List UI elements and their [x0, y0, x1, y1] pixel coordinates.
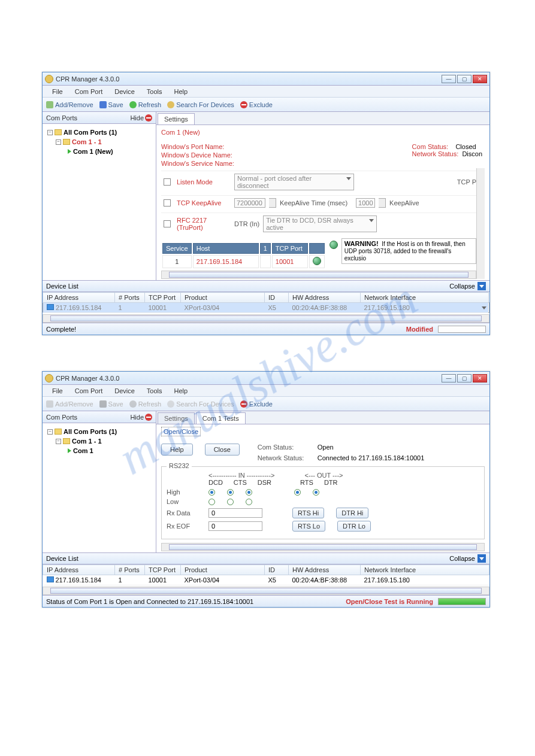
- minimize-button[interactable]: —: [442, 374, 456, 382]
- lbl-keepalive: TCP KeepAlive: [177, 199, 231, 207]
- tab-settings[interactable]: Settings: [158, 113, 195, 125]
- menu-device[interactable]: Device: [108, 87, 141, 96]
- hscrollbar[interactable]: [161, 271, 476, 279]
- keepalive-checkbox[interactable]: [164, 199, 171, 207]
- dtr-hi-button[interactable]: DTR Hi: [336, 508, 368, 518]
- col-tcpport[interactable]: TCP Port: [145, 565, 181, 575]
- close-button[interactable]: ✕: [473, 75, 487, 83]
- tree-leaf[interactable]: Com 1: [73, 446, 93, 456]
- col-tcpport[interactable]: TCP Port: [145, 293, 181, 303]
- keepalive-interval-input[interactable]: 1000: [356, 198, 375, 208]
- col-netif[interactable]: Network Interface: [361, 293, 489, 303]
- device-hscroll[interactable]: [43, 587, 489, 595]
- comports-tree[interactable]: −All Com Ports (1) −Com 1 - 1 Com 1: [43, 423, 156, 459]
- dcd-high[interactable]: [208, 489, 215, 496]
- menu-comport[interactable]: Com Port: [69, 87, 108, 96]
- keepalive-spin2[interactable]: [379, 198, 386, 208]
- rts-lo-button[interactable]: RTS Lo: [292, 521, 325, 532]
- add-remove-button[interactable]: Add/Remove: [46, 101, 93, 108]
- maximize-button[interactable]: ▢: [457, 75, 471, 83]
- listen-mode-select[interactable]: Normal - port closed after disconnect: [234, 174, 354, 190]
- menu-comport[interactable]: Com Port: [69, 386, 108, 396]
- keepalive-spin[interactable]: [269, 198, 276, 208]
- menu-help[interactable]: Help: [168, 386, 194, 396]
- menubar: File Com Port Device Tools Help: [43, 86, 489, 98]
- dtr-lo-button[interactable]: DTR Lo: [337, 521, 371, 532]
- titlebar[interactable]: CPR Manager 4.3.0.0 — ▢ ✕: [43, 72, 489, 86]
- tree-leaf[interactable]: Com 1 (New): [73, 147, 113, 156]
- device-hscroll[interactable]: [43, 314, 489, 323]
- refresh-button[interactable]: Refresh: [129, 101, 162, 108]
- col-product[interactable]: Product: [181, 293, 265, 303]
- menu-device[interactable]: Device: [108, 386, 141, 396]
- tree-root[interactable]: All Com Ports (1): [64, 127, 117, 137]
- dsr-low[interactable]: [246, 499, 252, 505]
- listen-mode-checkbox[interactable]: [164, 178, 171, 186]
- service-row[interactable]: 1217.169.15.18410001: [162, 255, 325, 268]
- save-button[interactable]: Save: [99, 101, 123, 108]
- col-id[interactable]: ID: [265, 565, 289, 575]
- col-netif[interactable]: Network Interface: [361, 565, 489, 575]
- menubar: File Com Port Device Tools Help: [43, 385, 489, 397]
- lbl-tcpp: TCP P: [457, 178, 476, 186]
- vscrollbar[interactable]: [476, 168, 485, 279]
- menu-file[interactable]: File: [46, 386, 69, 396]
- close-port-button[interactable]: Close: [205, 444, 240, 456]
- rxeof-input[interactable]: 0: [208, 521, 262, 531]
- col-product[interactable]: Product: [181, 565, 265, 575]
- col-ports[interactable]: # Ports: [115, 293, 145, 303]
- keepalive-time-input[interactable]: 7200000: [234, 198, 265, 208]
- tab-com1tests[interactable]: Com 1 Tests: [196, 412, 246, 424]
- hide-button[interactable]: Hide: [130, 414, 152, 421]
- window-tests: CPR Manager 4.3.0.0 — ▢ ✕ File Com Port …: [42, 371, 490, 608]
- close-button[interactable]: ✕: [473, 374, 487, 382]
- rxdata-input[interactable]: 0: [208, 508, 262, 518]
- val-comstatus: Open: [318, 444, 334, 451]
- col-hw[interactable]: HW Address: [289, 293, 361, 303]
- dtr-select[interactable]: Tie DTR to DCD, DSR always active: [263, 215, 377, 232]
- tree-child[interactable]: Com 1 - 1: [72, 436, 102, 446]
- globe-icon2[interactable]: [330, 241, 338, 249]
- hscrollbar[interactable]: [161, 543, 485, 551]
- menu-help[interactable]: Help: [168, 87, 194, 96]
- dsr-high[interactable]: [246, 489, 252, 496]
- collapse-button[interactable]: [477, 554, 486, 563]
- menu-tools[interactable]: Tools: [141, 87, 168, 96]
- col-id[interactable]: ID: [265, 293, 289, 303]
- search-devices-button[interactable]: Search For Devices: [167, 101, 234, 108]
- collapse-button[interactable]: [477, 282, 486, 290]
- dcd-low[interactable]: [208, 499, 215, 505]
- comports-tree[interactable]: −All Com Ports (1) −Com 1 - 1 Com 1 (New…: [43, 124, 156, 160]
- col-ip[interactable]: IP Address: [43, 565, 115, 575]
- open-close-link[interactable]: Open/Close: [161, 427, 201, 436]
- menu-tools[interactable]: Tools: [141, 386, 168, 396]
- help-button[interactable]: Help: [161, 444, 193, 456]
- tree-child[interactable]: Com 1 - 1: [72, 137, 102, 147]
- dtr-high[interactable]: [313, 489, 319, 496]
- menu-file[interactable]: File: [46, 87, 69, 96]
- rts-hi-button[interactable]: RTS Hi: [292, 508, 324, 518]
- device-row[interactable]: 217.169.15.184 110001XPort-03/04 X500:20…: [43, 303, 489, 313]
- rts-high[interactable]: [294, 489, 301, 496]
- titlebar[interactable]: CPR Manager 4.3.0.0 — ▢ ✕: [43, 372, 489, 385]
- collapse-label: Collapse: [449, 555, 475, 562]
- progress-bar: [438, 326, 486, 333]
- cts-low[interactable]: [227, 499, 234, 505]
- hide-button[interactable]: Hide: [130, 114, 152, 122]
- col-hw[interactable]: HW Address: [289, 565, 361, 575]
- exclude-button[interactable]: Exclude: [240, 400, 273, 408]
- tab-settings[interactable]: Settings: [158, 412, 195, 424]
- col-ports[interactable]: # Ports: [115, 565, 145, 575]
- lbl-in: <----------- IN ----------->: [208, 472, 275, 479]
- addremove-icon: [46, 101, 53, 108]
- device-row[interactable]: 217.169.15.184 110001XPort-03/04 X500:20…: [43, 575, 489, 585]
- rfc2217-checkbox[interactable]: [164, 220, 171, 227]
- tree-root[interactable]: All Com Ports (1): [64, 427, 117, 436]
- globe-icon[interactable]: [313, 257, 321, 265]
- exclude-button[interactable]: Exclude: [240, 101, 273, 108]
- col-ip[interactable]: IP Address: [43, 293, 115, 303]
- minimize-button[interactable]: —: [442, 75, 456, 83]
- rs232-group: RS232 <----------- IN -----------> <--- …: [161, 466, 485, 539]
- cts-high[interactable]: [227, 489, 234, 496]
- maximize-button[interactable]: ▢: [457, 374, 471, 382]
